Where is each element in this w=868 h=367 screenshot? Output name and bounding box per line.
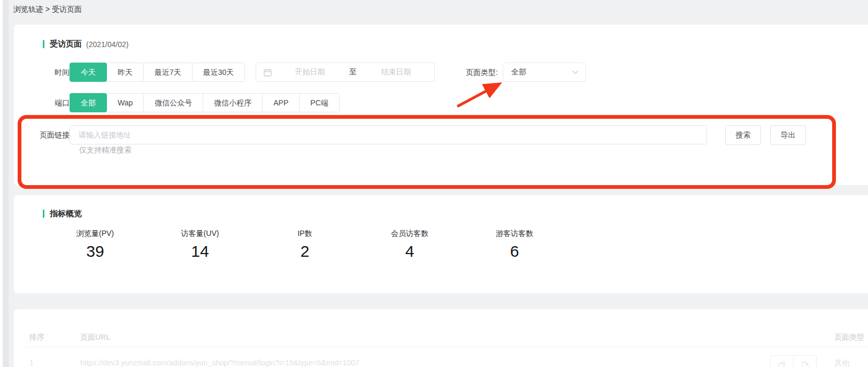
visited-pages-card: 受访页面 (2021/04/02) 时间: 今天 昨天 最近7天 最近30天 开… — [14, 25, 868, 185]
breadcrumb: 浏览轨迹 > 受访页面 — [13, 5, 82, 14]
metrics-overview-card: 指标概览 浏览量(PV) 39 访客量(UV) 14 IP数 2 会员访客数 4… — [14, 195, 868, 293]
date-range-separator: 至 — [348, 67, 358, 77]
start-date-placeholder[interactable]: 开始日期 — [272, 67, 348, 77]
metric-label: 会员访客数 — [357, 229, 462, 239]
time-filter-row: 时间: 今天 昨天 最近7天 最近30天 开始日期 至 结束日期 页面类型: 全… — [14, 63, 868, 82]
port-filter-row: 端口: 全部 Wap 微信公众号 微信小程序 APP PC端 — [14, 93, 868, 112]
end-date-placeholder[interactable]: 结束日期 — [358, 67, 434, 77]
metrics-row: 浏览量(PV) 39 访客量(UV) 14 IP数 2 会员访客数 4 游客访客… — [43, 229, 567, 261]
metric-value: 6 — [462, 242, 567, 261]
metric-member-visitors: 会员访客数 4 — [357, 229, 462, 261]
export-button[interactable]: 导出 — [770, 125, 806, 145]
metric-value: 39 — [43, 242, 148, 261]
column-header-type: 页面类型 — [834, 333, 864, 342]
port-all-button[interactable]: 全部 — [70, 93, 107, 112]
metric-pv: 浏览量(PV) 39 — [43, 229, 148, 261]
metric-value: 2 — [252, 242, 357, 261]
page-link-input[interactable] — [70, 125, 707, 144]
metric-ip: IP数 2 — [252, 229, 357, 261]
row-page-type: 其他 — [834, 358, 849, 367]
collapsed-sidebar-strip — [3, 0, 9, 367]
metric-label: 游客访客数 — [462, 229, 567, 239]
page-type-select[interactable]: 全部 — [503, 63, 586, 82]
card-title: 受访页面 — [50, 39, 82, 49]
calendar-icon — [264, 68, 272, 77]
document-icon[interactable] — [793, 355, 817, 367]
page-type-label: 页面类型: — [466, 63, 498, 82]
column-header-rank: 排序 — [29, 333, 44, 342]
row-rank: 1 — [29, 358, 34, 367]
card-title-row: 受访页面 (2021/04/02) — [43, 39, 128, 49]
time-last7days-button[interactable]: 最近7天 — [143, 63, 193, 82]
port-label: 端口: — [25, 93, 72, 112]
metric-guest-visitors: 游客访客数 6 — [462, 229, 567, 261]
search-hint: 仅支持精准搜索 — [79, 146, 132, 155]
port-pc-button[interactable]: PC端 — [299, 93, 339, 112]
page-link-label: 页面链接: — [25, 125, 72, 144]
metrics-title-row: 指标概览 — [43, 209, 82, 219]
search-button[interactable]: 搜索 — [725, 125, 761, 145]
date-range-picker[interactable]: 开始日期 至 结束日期 — [256, 63, 435, 82]
port-wap-button[interactable]: Wap — [106, 93, 144, 112]
time-last30days-button[interactable]: 最近30天 — [192, 63, 245, 82]
metric-label: IP数 — [252, 229, 357, 239]
port-wechat-official-button[interactable]: 微信公众号 — [143, 93, 203, 112]
metrics-title: 指标概览 — [50, 209, 82, 219]
title-accent-bar — [43, 40, 44, 48]
title-accent-bar — [43, 210, 44, 218]
card-title-date: (2021/04/02) — [86, 40, 128, 49]
metric-label: 访客量(UV) — [148, 229, 252, 239]
copy-icon[interactable] — [770, 355, 794, 367]
time-range-group: 今天 昨天 最近7天 最近30天 — [70, 63, 245, 82]
metric-value: 14 — [148, 242, 252, 261]
time-yesterday-button[interactable]: 昨天 — [106, 63, 144, 82]
port-app-button[interactable]: APP — [262, 93, 299, 112]
chevron-down-icon — [572, 70, 579, 74]
metric-value: 4 — [357, 242, 462, 261]
metric-uv: 访客量(UV) 14 — [148, 229, 252, 261]
table-header-divider — [27, 347, 868, 347]
port-group: 全部 Wap 微信公众号 微信小程序 APP PC端 — [70, 93, 340, 112]
time-label: 时间: — [25, 63, 72, 82]
time-today-button[interactable]: 今天 — [70, 63, 107, 82]
row-url: https://dev3.yunzmall.com/addons/yun_sho… — [80, 358, 359, 367]
pages-table-card: 排序 页面URL 页面类型 1 https://dev3.yunzmall.co… — [14, 309, 868, 367]
metric-label: 浏览量(PV) — [43, 229, 148, 239]
column-header-url: 页面URL — [80, 333, 111, 342]
page-type-selected-value: 全部 — [511, 67, 572, 77]
page-link-row: 页面链接: 搜索 导出 — [14, 125, 868, 144]
port-wechat-miniprogram-button[interactable]: 微信小程序 — [203, 93, 263, 112]
